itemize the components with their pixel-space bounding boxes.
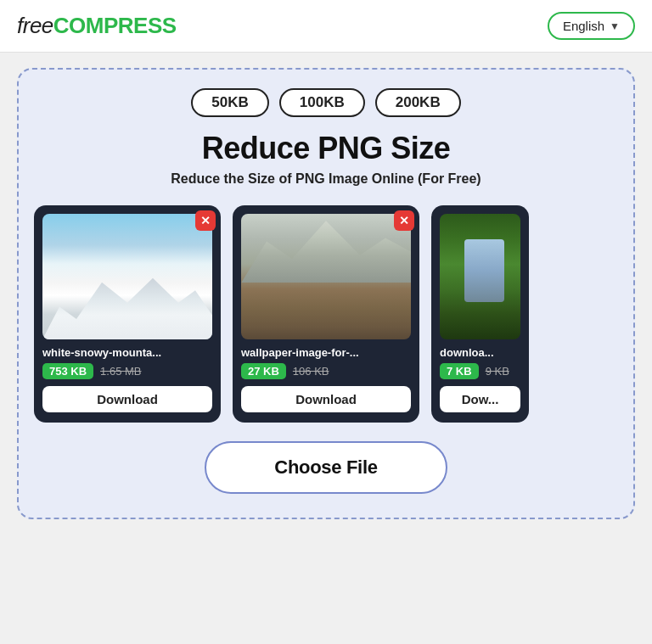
logo-free-text: free (17, 13, 53, 38)
image-cards-row: ✕ white-snowy-mounta... 753 KB 1.65 MB D… (34, 205, 618, 423)
choose-file-wrap: Choose File (34, 441, 618, 494)
size-original: 9 KB (486, 365, 509, 378)
card-image-snow-mountain (42, 214, 212, 339)
page-subtitle: Reduce the Size of PNG Image Online (For… (34, 171, 618, 187)
page-title: Reduce PNG Size (34, 131, 618, 166)
chevron-down-icon: ▼ (610, 20, 620, 32)
size-original: 1.65 MB (100, 365, 141, 378)
card-image-mountain-painting (241, 214, 411, 339)
drop-zone: 50KB 100KB 200KB Reduce PNG Size Reduce … (17, 68, 635, 519)
card-filename: wallpaper-image-for-... (241, 346, 411, 359)
image-card: ✕ white-snowy-mounta... 753 KB 1.65 MB D… (34, 205, 221, 423)
choose-file-button[interactable]: Choose File (205, 441, 447, 494)
size-reduced-badge: 753 KB (42, 363, 93, 379)
main-content: 50KB 100KB 200KB Reduce PNG Size Reduce … (0, 53, 652, 545)
card-image-forest (440, 214, 520, 339)
image-card: downloa... 7 KB 9 KB Dow... (431, 205, 529, 423)
size-reduced-badge: 7 KB (440, 363, 479, 379)
size-pill-100kb[interactable]: 100KB (279, 88, 365, 117)
image-card: ✕ wallpaper-image-for-... 27 KB 106 KB D… (233, 205, 419, 423)
language-selector[interactable]: English ▼ (548, 12, 635, 40)
logo: freeCOMPRESS (17, 13, 177, 39)
card-size-row: 27 KB 106 KB (241, 363, 411, 379)
download-button[interactable]: Download (241, 386, 411, 412)
size-pill-200kb[interactable]: 200KB (375, 88, 461, 117)
logo-compress-text: COMPRESS (53, 13, 177, 38)
size-pill-50kb[interactable]: 50KB (191, 88, 268, 117)
card-size-row: 753 KB 1.65 MB (42, 363, 212, 379)
header: freeCOMPRESS English ▼ (0, 0, 652, 53)
download-button[interactable]: Dow... (440, 386, 520, 412)
close-card-button[interactable]: ✕ (394, 210, 414, 231)
card-filename: downloa... (440, 346, 520, 359)
card-size-row: 7 KB 9 KB (440, 363, 520, 379)
size-pills-row: 50KB 100KB 200KB (34, 88, 618, 117)
download-button[interactable]: Download (42, 386, 212, 412)
size-original: 106 KB (293, 365, 329, 378)
language-label: English (563, 19, 604, 33)
card-filename: white-snowy-mounta... (42, 346, 212, 359)
size-reduced-badge: 27 KB (241, 363, 286, 379)
close-card-button[interactable]: ✕ (195, 210, 216, 231)
